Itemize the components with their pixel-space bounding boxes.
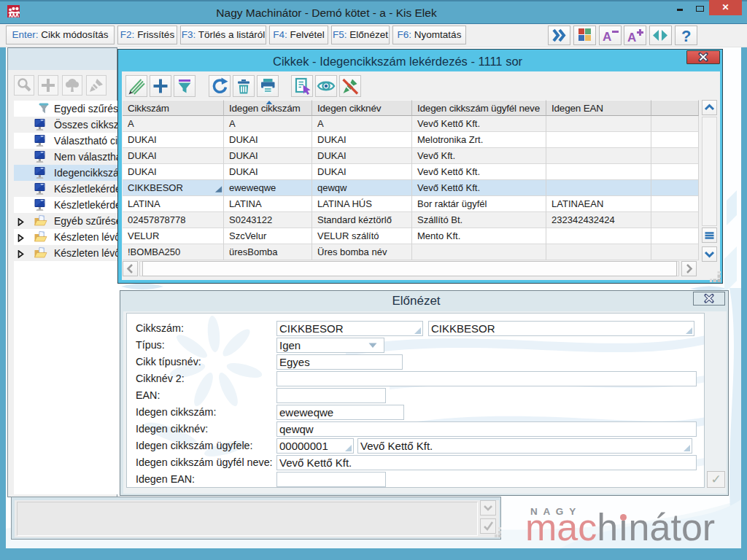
svg-text:?: ? (681, 27, 691, 44)
svg-text:A: A (627, 31, 636, 44)
svg-text:A: A (603, 30, 611, 44)
